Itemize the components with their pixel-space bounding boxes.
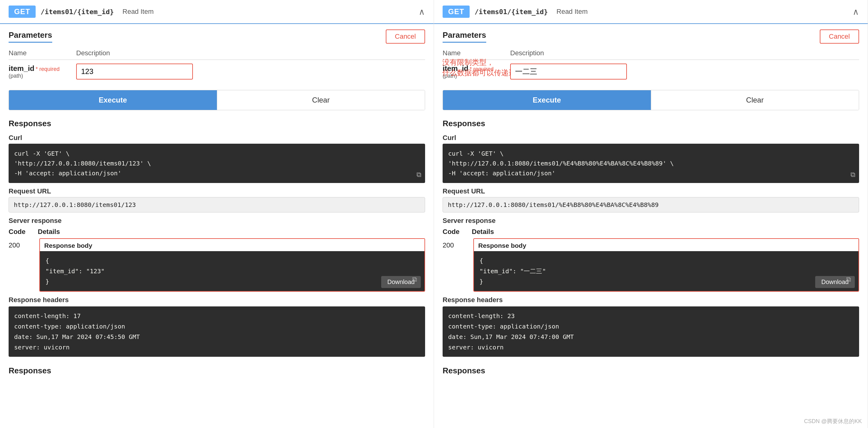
left-method-badge: GET — [9, 5, 36, 18]
left-param-name: item_id — [9, 64, 34, 72]
right-server-resp-label: Server response — [443, 217, 859, 225]
left-hdr-line2: content-type: application/json — [14, 323, 125, 330]
right-resp-table-header: Code Details — [443, 228, 859, 236]
left-clear-button[interactable]: Clear — [217, 90, 425, 110]
right-curl-line2: 'http://127.0.0.1:8080/items01/%E4%B8%80… — [448, 160, 674, 167]
right-params-header: Name Description — [443, 49, 859, 60]
left-param-required: * required — [36, 66, 60, 72]
left-close-icon[interactable]: ∧ — [418, 7, 425, 17]
left-panel: GET /items01/{item_id} Read Item ∧ Param… — [0, 0, 434, 428]
left-col-description: Description — [76, 49, 425, 57]
left-params-header: Name Description — [9, 49, 425, 60]
right-resp-row: 200 Response body { "item_id": "一二三" } ⧉… — [443, 238, 859, 292]
left-curl-line1: curl -X 'GET' \ — [14, 150, 70, 157]
right-action-buttons: Execute Clear — [443, 90, 859, 110]
right-resp-headers-label: Response headers — [443, 296, 859, 304]
left-action-buttons: Execute Clear — [9, 90, 425, 110]
right-param-name: item_id — [443, 64, 468, 72]
left-resp-table-header: Code Details — [9, 228, 425, 236]
right-panel: GET /items01/{item_id} Read Item ∧ Param… — [434, 0, 868, 428]
right-api-desc: Read Item — [557, 8, 588, 15]
left-hdr-line4: server: uvicorn — [14, 343, 70, 351]
right-api-path: /items01/{item_id} — [474, 8, 548, 15]
right-hdr-line2: content-type: application/json — [448, 323, 559, 330]
right-parameters-title: Parameters — [443, 30, 486, 43]
left-hdr-line3: date: Sun,17 Mar 2024 07:45:50 GMT — [14, 333, 140, 340]
left-body-line3: } — [45, 278, 49, 285]
left-curl-line3: -H 'accept: application/json' — [14, 169, 121, 177]
left-param-input-wrapper: 没有限制类型， 什么数据都可以传递进来 — [76, 64, 425, 79]
right-col-name: Name — [443, 49, 510, 57]
right-method-badge: GET — [443, 5, 470, 18]
left-responses-bottom: Responses — [0, 363, 434, 378]
left-resp-headers-box: content-length: 17 content-type: applica… — [9, 306, 425, 357]
right-execute-button[interactable]: Execute — [443, 90, 651, 110]
left-resp-actions: ⧉ Download — [381, 276, 421, 288]
right-param-row: item_id* required (path) — [443, 64, 859, 79]
right-cancel-button[interactable]: Cancel — [820, 30, 859, 43]
left-curl-line2: 'http://127.0.0.1:8080/items01/123' \ — [14, 160, 151, 167]
left-parameters-title: Parameters — [9, 30, 52, 43]
watermark: CSDN @腾要休息的KK — [804, 418, 862, 425]
left-params-section: Name Description item_id* required (path… — [0, 43, 434, 85]
left-param-input[interactable] — [76, 64, 193, 79]
right-clear-button[interactable]: Clear — [651, 90, 859, 110]
right-param-location: (path) — [443, 73, 510, 79]
left-hdr-line1: content-length: 17 — [14, 312, 81, 320]
right-curl-line3: -H 'accept: application/json' — [448, 169, 555, 177]
right-resp-body-code: { "item_id": "一二三" } ⧉ Download — [474, 251, 859, 291]
right-responses-title: Responses — [443, 119, 859, 128]
right-body-copy-icon[interactable]: ⧉ — [846, 273, 851, 285]
right-col-description: Description — [510, 49, 859, 57]
left-details-col: Details — [38, 228, 60, 236]
left-param-name-cell: item_id* required (path) — [9, 64, 76, 79]
right-resp-code: 200 — [443, 238, 473, 249]
right-toolbar: Parameters Cancel — [434, 24, 868, 43]
left-resp-details: Response body { "item_id": "123" } ⧉ Dow… — [39, 238, 425, 292]
right-responses-bottom: Responses — [434, 363, 868, 378]
right-code-col: Code — [443, 228, 460, 236]
left-responses-section: Responses Curl curl -X 'GET' \ 'http://1… — [0, 116, 434, 363]
right-responses-section: Responses Curl curl -X 'GET' \ 'http://1… — [434, 116, 868, 363]
left-cancel-button[interactable]: Cancel — [386, 30, 425, 43]
left-url-box: http://127.0.0.1:8080/items01/123 — [9, 197, 425, 212]
left-toolbar: Parameters Cancel — [0, 24, 434, 43]
left-resp-body-code: { "item_id": "123" } ⧉ Download — [40, 251, 425, 291]
right-param-name-cell: item_id* required (path) — [443, 64, 510, 79]
right-resp-body-label: Response body — [474, 239, 859, 251]
left-resp-code: 200 — [9, 238, 39, 249]
left-api-desc: Read Item — [123, 8, 154, 15]
left-body-line2: "item_id": "123" — [45, 267, 105, 275]
right-curl-copy-icon[interactable]: ⧉ — [850, 169, 856, 180]
right-param-input[interactable] — [510, 64, 627, 79]
left-resp-row: 200 Response body { "item_id": "123" } ⧉… — [9, 238, 425, 292]
right-resp-actions: ⧉ Download — [815, 276, 855, 288]
right-hdr-line4: server: uvicorn — [448, 343, 504, 351]
right-close-icon[interactable]: ∧ — [852, 7, 859, 17]
right-url-box: http://127.0.0.1:8080/items01/%E4%B8%80%… — [443, 197, 859, 212]
left-curl-copy-icon[interactable]: ⧉ — [416, 169, 422, 180]
left-resp-body-label: Response body — [40, 239, 425, 251]
right-resp-details: Response body { "item_id": "一二三" } ⧉ Dow… — [473, 238, 859, 292]
right-curl-label: Curl — [443, 134, 859, 142]
left-curl-label: Curl — [9, 134, 425, 142]
right-hdr-line3: date: Sun,17 Mar 2024 07:47:00 GMT — [448, 333, 574, 340]
left-body-copy-icon[interactable]: ⧉ — [412, 273, 417, 285]
right-api-header: GET /items01/{item_id} Read Item ∧ — [434, 0, 868, 24]
left-code-col: Code — [9, 228, 26, 236]
left-request-url-label: Request URL — [9, 187, 425, 195]
right-body-line3: } — [479, 278, 483, 285]
left-param-location: (path) — [9, 73, 76, 79]
right-request-url-label: Request URL — [443, 187, 859, 195]
right-body-line1: { — [479, 257, 483, 264]
right-params-section: Name Description item_id* required (path… — [434, 43, 868, 85]
left-body-line1: { — [45, 257, 49, 264]
right-curl-box: curl -X 'GET' \ 'http://127.0.0.1:8080/i… — [443, 144, 859, 183]
left-api-path: /items01/{item_id} — [40, 8, 114, 15]
right-curl-line1: curl -X 'GET' \ — [448, 150, 504, 157]
right-details-col: Details — [472, 228, 494, 236]
right-body-line2: "item_id": "一二三" — [479, 267, 546, 275]
left-execute-button[interactable]: Execute — [9, 90, 217, 110]
right-param-required: * required — [470, 66, 494, 72]
right-responses-bottom-title: Responses — [443, 366, 485, 375]
